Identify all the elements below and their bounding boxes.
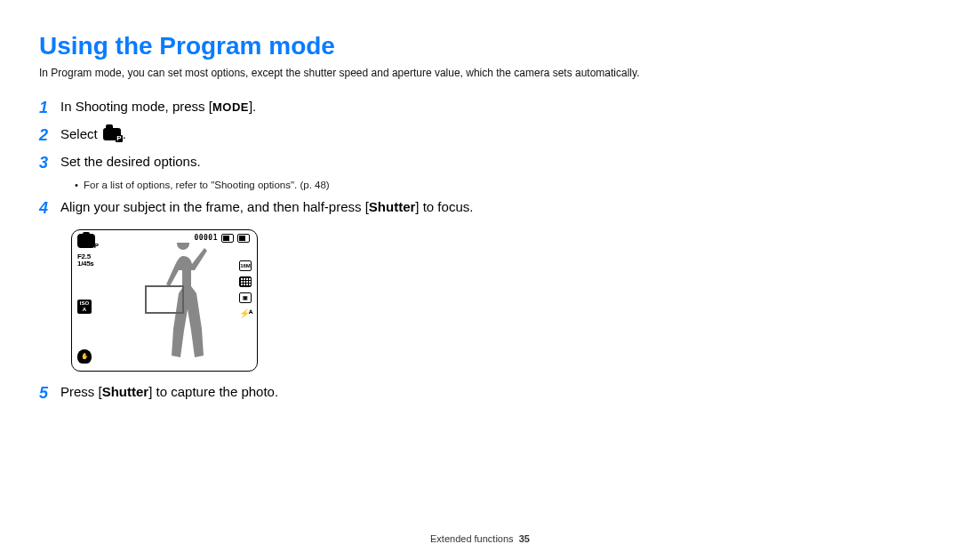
step-number: 5 bbox=[39, 382, 60, 404]
intro-text: In Program mode, you can set most option… bbox=[39, 66, 921, 81]
step-1: 1 In Shooting mode, press [MODE]. bbox=[39, 97, 644, 119]
step-number: 1 bbox=[39, 97, 60, 119]
image-size-icon: 16M bbox=[239, 260, 252, 271]
step-number: 3 bbox=[39, 152, 60, 174]
card-icon bbox=[221, 234, 234, 243]
exposure-readout: F2.5 1/45s bbox=[77, 253, 94, 268]
text-fragment: In Shooting mode, press [ bbox=[60, 99, 212, 114]
iso-indicator-icon: ISO A bbox=[77, 300, 92, 314]
page-footer: Extended functions 35 bbox=[0, 533, 960, 544]
shutter-label: Shutter bbox=[369, 199, 416, 214]
text-fragment: For a list of options, refer to "Shootin… bbox=[84, 180, 330, 190]
mode-button-label: MODE bbox=[212, 100, 249, 114]
page-number: 35 bbox=[519, 533, 530, 544]
section-name: Extended functions bbox=[430, 533, 514, 544]
step-number: 2 bbox=[39, 124, 60, 147]
step-4: 4 Align your subject in the frame, and t… bbox=[39, 197, 644, 220]
bullet-icon: • bbox=[75, 180, 78, 190]
text-fragment: . bbox=[123, 126, 126, 141]
text-fragment: ] to focus. bbox=[415, 199, 473, 214]
flash-auto-icon: ⚡ᴬ bbox=[239, 308, 252, 318]
text-fragment: Select bbox=[60, 126, 101, 141]
shutter-speed-value: 1/45s bbox=[77, 260, 94, 268]
step-number: 4 bbox=[39, 197, 60, 220]
quality-icon bbox=[239, 276, 252, 287]
shutter-label: Shutter bbox=[102, 384, 149, 399]
step-list: 1 In Shooting mode, press [MODE]. 2 Sele… bbox=[39, 97, 644, 404]
lcd-top-status: 00001 bbox=[194, 234, 250, 243]
step-text: Align your subject in the frame, and the… bbox=[60, 197, 473, 218]
frame-counter: 00001 bbox=[194, 234, 218, 242]
battery-icon bbox=[237, 234, 250, 243]
step-3: 3 Set the desired options. bbox=[39, 152, 644, 174]
text-fragment: Align your subject in the frame, and the… bbox=[60, 199, 369, 214]
step-text: In Shooting mode, press [MODE]. bbox=[60, 97, 256, 117]
text-fragment: ] to capture the photo. bbox=[148, 384, 278, 399]
focus-frame bbox=[145, 285, 184, 314]
stabilization-icon: ✋ bbox=[77, 349, 92, 364]
lcd-right-icons: 16M ▣ ⚡ᴬ bbox=[239, 260, 252, 318]
metering-icon: ▣ bbox=[239, 292, 252, 303]
step-2: 2 Select . bbox=[39, 124, 644, 147]
mode-indicator-icon bbox=[77, 234, 95, 248]
step-text: Press [Shutter] to capture the photo. bbox=[60, 382, 278, 403]
text-fragment: ISO bbox=[77, 300, 92, 307]
manual-page: Using the Program mode In Program mode, … bbox=[0, 0, 960, 560]
step-5: 5 Press [Shutter] to capture the photo. bbox=[39, 382, 644, 404]
step-text: Select . bbox=[60, 124, 126, 145]
step-3-subnote: •For a list of options, refer to "Shooti… bbox=[75, 180, 644, 190]
program-mode-icon bbox=[103, 128, 121, 140]
text-fragment: A bbox=[77, 307, 92, 313]
camera-lcd-illustration: 00001 F2.5 1/45s ISO A ✋ 16M ▣ ⚡ᴬ bbox=[71, 229, 258, 372]
text-fragment: ]. bbox=[249, 99, 256, 114]
step-text: Set the desired options. bbox=[60, 152, 201, 172]
page-heading: Using the Program mode bbox=[39, 32, 921, 60]
text-fragment: Press [ bbox=[60, 384, 102, 399]
